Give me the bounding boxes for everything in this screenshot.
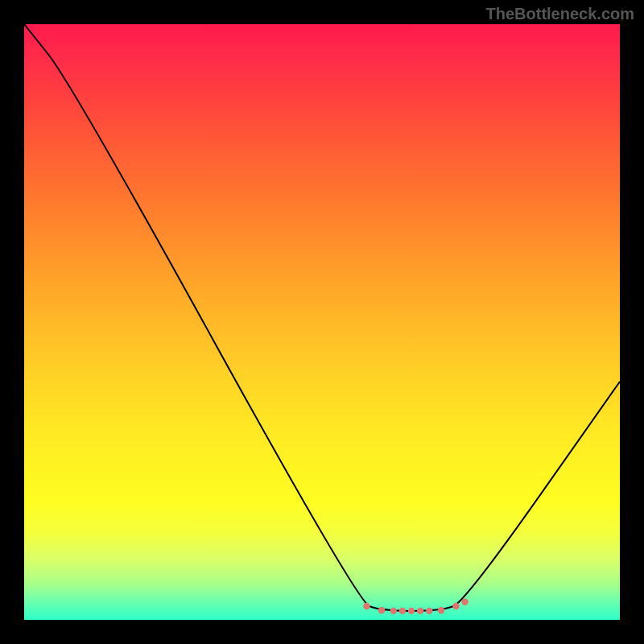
- watermark-text: TheBottleneck.com: [486, 5, 634, 23]
- chart-svg: [24, 24, 620, 620]
- valley-marker: [363, 603, 369, 609]
- valley-marker: [378, 607, 385, 613]
- valley-marker: [408, 608, 415, 614]
- valley-marker: [452, 603, 459, 609]
- valley-marker: [390, 608, 397, 614]
- chart-plot-area: [24, 24, 620, 620]
- bottleneck-curve: [24, 24, 620, 611]
- valley-marker: [426, 608, 432, 614]
- valley-marker: [461, 599, 468, 605]
- valley-marker: [399, 608, 406, 614]
- valley-marker: [417, 608, 423, 614]
- valley-marker: [438, 607, 444, 613]
